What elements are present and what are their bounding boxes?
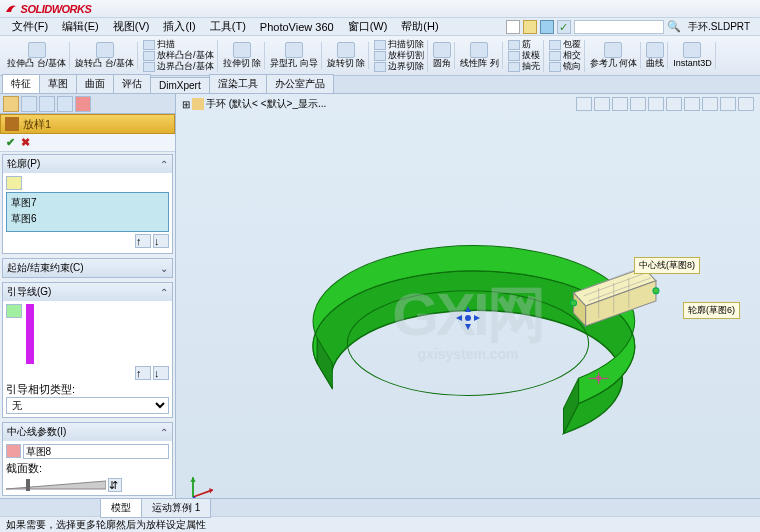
collapse-icon[interactable]: ⌃ <box>160 159 168 170</box>
facets-slider[interactable] <box>6 479 106 491</box>
tab-office[interactable]: 办公室产品 <box>266 74 334 93</box>
part-icon <box>192 98 204 110</box>
ribbon-curves[interactable]: 曲线 <box>643 42 668 69</box>
tree-tab-featuretree-icon[interactable] <box>3 96 19 112</box>
rotate-gizmo-icon[interactable] <box>453 303 483 333</box>
tree-tab-display-icon[interactable] <box>75 96 91 112</box>
svg-marker-0 <box>6 481 106 489</box>
ribbon-wrap[interactable]: 包覆 <box>549 40 581 50</box>
ribbon-linear-pattern[interactable]: 线性阵 列 <box>457 42 503 69</box>
ribbon-instant3d[interactable]: Instant3D <box>670 42 716 69</box>
menu-photoview[interactable]: PhotoView 360 <box>254 20 340 34</box>
ribbon-hole-wizard[interactable]: 异型孔 向导 <box>267 42 322 69</box>
ribbon-extrude-boss[interactable]: 拉伸凸 台/基体 <box>4 42 70 69</box>
ribbon-loft-cut[interactable]: 放样切割 <box>374 51 424 61</box>
collapse-icon[interactable]: ⌃ <box>160 287 168 298</box>
view-section-icon[interactable] <box>630 97 646 111</box>
view-settings-icon[interactable] <box>738 97 754 111</box>
callout-profile[interactable]: 轮廓(草图6) <box>683 302 740 319</box>
ribbon-draft[interactable]: 拔模 <box>508 51 540 61</box>
menu-window[interactable]: 窗口(W) <box>342 18 394 35</box>
view-zoomfit-icon[interactable] <box>576 97 592 111</box>
view-appearance-icon[interactable] <box>702 97 718 111</box>
facets-spinner-icon[interactable]: ⇵ <box>108 478 122 492</box>
property-manager: 放样1 ✔ ✖ 轮廓(P)⌃ 草图7 草图6 ↑ ↓ <box>0 94 176 514</box>
ribbon-revolve-boss[interactable]: 旋转凸 台/基体 <box>72 42 138 69</box>
tab-model[interactable]: 模型 <box>100 498 142 518</box>
ribbon-extrude-cut[interactable]: 拉伸切 除 <box>220 42 266 69</box>
ribbon-loft[interactable]: 放样凸台/基体 <box>143 51 214 61</box>
collapse-icon[interactable]: ⌃ <box>160 427 168 438</box>
guide-select-icon[interactable] <box>6 304 22 318</box>
svg-marker-18 <box>190 477 195 482</box>
svg-point-9 <box>571 300 577 306</box>
ribbon-boundary[interactable]: 边界凸台/基体 <box>143 62 214 72</box>
section-guide-head[interactable]: 引导线(G) <box>7 285 51 299</box>
ribbon: 拉伸凸 台/基体 旋转凸 台/基体 扫描 放样凸台/基体 边界凸台/基体 拉伸切… <box>0 36 760 76</box>
section-profile-head[interactable]: 轮廓(P) <box>7 157 40 171</box>
ribbon-fillet[interactable]: 圆角 <box>430 42 455 69</box>
view-orientation-icon[interactable] <box>648 97 664 111</box>
ribbon-intersect[interactable]: 相交 <box>549 51 581 61</box>
tab-features[interactable]: 特征 <box>2 74 40 93</box>
plus-icon[interactable]: ⊞ <box>182 99 190 110</box>
tree-tab-dimxpert-icon[interactable] <box>57 96 73 112</box>
tab-dimxpert[interactable]: DimXpert <box>150 77 210 93</box>
ribbon-shell[interactable]: 抽壳 <box>508 62 540 72</box>
move-down-icon[interactable]: ↓ <box>153 234 169 248</box>
tree-tab-propmgr-icon[interactable] <box>21 96 37 112</box>
facets-label: 截面数: <box>6 461 42 476</box>
move-up-icon[interactable]: ↑ <box>135 234 151 248</box>
viewport[interactable]: ⊞ 手环 (默认< <默认>_显示... GXI网 gxisystem.com <box>176 94 760 514</box>
tab-motion-study[interactable]: 运动算例 1 <box>141 498 211 518</box>
menu-edit[interactable]: 编辑(E) <box>56 18 105 35</box>
filename-label: 手环.SLDPRT <box>684 20 754 34</box>
expand-icon[interactable]: ⌄ <box>160 263 168 274</box>
tab-evaluate[interactable]: 评估 <box>113 74 151 93</box>
move-down-icon[interactable]: ↓ <box>153 366 169 380</box>
move-up-icon[interactable]: ↑ <box>135 366 151 380</box>
view-zoomarea-icon[interactable] <box>594 97 610 111</box>
tab-render[interactable]: 渲染工具 <box>209 74 267 93</box>
profile-select-icon[interactable] <box>6 176 22 190</box>
ribbon-revolve-cut[interactable]: 旋转切 除 <box>324 42 370 69</box>
guide-list[interactable] <box>26 304 34 364</box>
search-icon[interactable]: 🔍 <box>667 20 681 33</box>
menu-insert[interactable]: 插入(I) <box>157 18 201 35</box>
centerline-input[interactable] <box>23 444 169 459</box>
qat-rebuild-icon[interactable]: ✓ <box>557 20 571 34</box>
qat-save-icon[interactable] <box>540 20 554 34</box>
loft-icon <box>5 117 19 131</box>
pm-cancel-button[interactable]: ✖ <box>21 136 30 149</box>
list-item[interactable]: 草图7 <box>9 195 166 211</box>
ribbon-sweep-cut[interactable]: 扫描切除 <box>374 40 424 50</box>
menu-view[interactable]: 视图(V) <box>107 18 156 35</box>
pm-ok-button[interactable]: ✔ <box>6 136 15 149</box>
qat-new-icon[interactable] <box>506 20 520 34</box>
view-displaystyle-icon[interactable] <box>666 97 682 111</box>
section-centerline-head[interactable]: 中心线参数(I) <box>7 425 66 439</box>
callout-centerline[interactable]: 中心线(草图8) <box>634 257 700 274</box>
section-constraint-head[interactable]: 起始/结束约束(C) <box>7 261 84 275</box>
ribbon-reference-geom[interactable]: 参考几 何体 <box>587 42 642 69</box>
view-rotate-icon[interactable] <box>612 97 628 111</box>
view-hideshow-icon[interactable] <box>684 97 700 111</box>
ribbon-boundary-cut[interactable]: 边界切除 <box>374 62 424 72</box>
ribbon-mirror[interactable]: 镜向 <box>549 62 581 72</box>
menu-help[interactable]: 帮助(H) <box>395 18 444 35</box>
ribbon-rib[interactable]: 筋 <box>508 40 540 50</box>
status-message: 如果需要，选择更多轮廓然后为放样设定属性 <box>6 518 206 532</box>
guide-tangent-select[interactable]: 无 <box>6 397 169 414</box>
view-scene-icon[interactable] <box>720 97 736 111</box>
tree-tab-config-icon[interactable] <box>39 96 55 112</box>
list-item[interactable]: 草图6 <box>9 211 166 227</box>
centerline-select-icon[interactable] <box>6 444 21 458</box>
tab-surfaces[interactable]: 曲面 <box>76 74 114 93</box>
tab-sketch[interactable]: 草图 <box>39 74 77 93</box>
menu-tools[interactable]: 工具(T) <box>204 18 252 35</box>
search-input[interactable] <box>574 20 664 34</box>
profile-list[interactable]: 草图7 草图6 <box>6 192 169 232</box>
ribbon-sweep[interactable]: 扫描 <box>143 40 214 50</box>
menu-file[interactable]: 文件(F) <box>6 18 54 35</box>
qat-open-icon[interactable] <box>523 20 537 34</box>
